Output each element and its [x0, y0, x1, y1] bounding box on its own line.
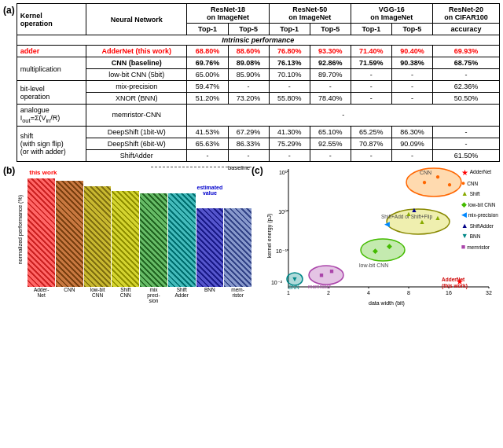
bar-shiftadder	[168, 193, 196, 287]
legend-addernet-label: AdderNet	[470, 168, 491, 176]
r18t1-mix: 59.47%	[187, 81, 228, 93]
scatter-svg: 10¹ 10⁰ 10⁻¹ 10⁻² kernel energy (pJ)	[265, 165, 493, 310]
r18t1-cnn: 69.76%	[187, 57, 228, 69]
v16t1-sa: -	[351, 149, 391, 161]
r50-top5: Top-5	[310, 24, 351, 35]
svg-text:10⁰: 10⁰	[278, 209, 287, 215]
svg-text:10¹: 10¹	[279, 170, 288, 175]
memristor-marker: ■	[461, 242, 465, 253]
r18t1-ds1: 41.53%	[187, 126, 228, 138]
bar-chart: normalized performance (%) baseline this…	[17, 165, 252, 310]
network-cnn: CNN (baseline)	[86, 57, 186, 69]
legend-mixprecision: ◀mix-precision	[461, 210, 498, 221]
svg-text:low-bit CNN: low-bit CNN	[359, 263, 388, 268]
legend-addernet: ★AdderNet	[461, 167, 498, 178]
r18t5-sa: -	[228, 149, 269, 161]
legend-c: ★AdderNet ●CNN ▲Shift ◆low-bit CNN ◀mix-…	[461, 167, 498, 253]
bnn-marker: ▼	[461, 231, 468, 242]
r50t1-lowbit: 70.10%	[269, 69, 310, 81]
kernel-bitlvl: bit-leveloperation	[17, 81, 86, 105]
r20-xnor: 50.50%	[432, 93, 499, 105]
memristor-dash: -	[187, 105, 500, 127]
resnet50-header: ResNet-50on ImageNet	[269, 4, 351, 24]
v16t5-ds1: 86.30%	[391, 126, 432, 138]
r18t1-xnor: 51.20%	[187, 93, 228, 105]
mixprecision-marker: ◀	[461, 210, 467, 221]
section-a: (a) Kerneloperation Neural Network ResNe…	[3, 3, 500, 162]
r50t5-sa: -	[310, 149, 351, 161]
v16t1-mix: -	[351, 81, 391, 93]
network-deepshift1: DeepShift (1bit-W)	[86, 126, 186, 138]
r50t1-adder: 76.80%	[269, 46, 310, 57]
svg-text:■: ■	[329, 267, 333, 275]
legend-shift: ▲Shift	[461, 189, 498, 200]
legend-shiftadder-label: ShiftAdder	[470, 222, 494, 230]
resnet18-header: ResNet-18on ImageNet	[187, 4, 269, 24]
scatter-wrapper: ★AdderNet ●CNN ▲Shift ◆low-bit CNN ◀mix-…	[265, 165, 500, 310]
bar-shift	[112, 191, 139, 287]
resnet20-header: ResNet-20on CIFAR100	[432, 4, 499, 24]
r18t1-lowbit: 65.00%	[187, 69, 228, 81]
r18t5-mix: -	[228, 81, 269, 93]
bar-wrapper-memristor	[224, 208, 252, 287]
svg-text:◆: ◆	[386, 242, 391, 250]
this-work-label: this work	[29, 169, 57, 176]
svg-text:8: 8	[407, 290, 410, 296]
network-xnor: XNOR (BNN)	[86, 93, 186, 105]
v16t1-xnor: -	[351, 93, 391, 105]
y-axis-wrapper: normalized performance (%)	[15, 165, 24, 295]
v16-top5: Top-5	[391, 24, 432, 35]
r18t5-xnor: 73.20%	[228, 93, 269, 105]
svg-text:▼: ▼	[291, 275, 298, 283]
svg-point-24	[406, 168, 461, 196]
xlabel-mix: mixpreci-sion	[140, 287, 167, 304]
network-mixprecision: mix-precision	[86, 81, 186, 93]
cnn-marker: ●	[461, 178, 465, 189]
network-memristor: memristor-CNN	[86, 105, 186, 127]
svg-text:◆: ◆	[372, 247, 377, 255]
r50t1-cnn: 76.13%	[269, 57, 310, 69]
svg-text:■: ■	[319, 271, 323, 279]
section-a-label: (a)	[3, 3, 15, 162]
v16t1-lowbit: -	[351, 69, 391, 81]
table-row: XNOR (BNN) 51.20% 73.20% 55.80% 78.40% -…	[17, 93, 499, 105]
bottom-section: (b) normalized performance (%) baseline …	[3, 165, 500, 310]
bar-wrapper-bnn: estimatedvalue	[196, 208, 224, 287]
xlabel-bnn: BNN	[196, 287, 224, 304]
svg-text:●: ●	[422, 178, 427, 186]
svg-point-32	[309, 266, 343, 285]
svg-point-26	[361, 239, 405, 261]
vgg16-header: VGG-16on ImageNet	[351, 4, 432, 24]
r20-mix: 62.36%	[432, 81, 499, 93]
main-table: Kerneloperation Neural Network ResNet-18…	[17, 3, 500, 162]
v16t5-sa: -	[391, 149, 432, 161]
r18-top1: Top-1	[187, 24, 228, 35]
r18t5-adder: 88.60%	[228, 46, 269, 57]
v16t1-ds1: 65.25%	[351, 126, 391, 138]
svg-text:16: 16	[446, 290, 452, 296]
v16t5-xnor: -	[391, 93, 432, 105]
network-addernet: AdderNet (this work)	[86, 46, 186, 57]
bar-wrapper-lowbit	[84, 186, 112, 287]
legend-lowbit: ◆low-bit CNN	[461, 200, 498, 211]
svg-text:▲: ▲	[410, 206, 417, 214]
bar-lowbit	[84, 186, 112, 287]
svg-text:2: 2	[327, 290, 330, 296]
svg-text:●: ●	[435, 172, 440, 181]
kernel-op-header: Kerneloperation	[17, 4, 86, 35]
svg-text:kernel energy (pJ): kernel energy (pJ)	[266, 214, 273, 258]
table-row: shift(with sign flip)(or with adder) Dee…	[17, 126, 499, 138]
r50t5-ds6: 92.55%	[310, 138, 351, 149]
legend-shiftadder: ▲ShiftAdder	[461, 221, 498, 232]
xlabel-shiftadder: ShiftAdder	[168, 287, 196, 304]
r18t1-ds6: 65.63%	[187, 138, 228, 149]
xlabel-shift: ShiftCNN	[112, 287, 139, 304]
bar-memristor	[224, 208, 252, 287]
bar-wrapper-cnn	[56, 181, 83, 287]
r50t5-lowbit: 89.70%	[310, 69, 351, 81]
r50t5-mix: -	[310, 81, 351, 93]
xlabel-lowbit: low-bitCNN	[84, 287, 112, 304]
svg-text:10⁻¹: 10⁻¹	[276, 248, 288, 254]
r20-ds6: -	[432, 138, 499, 149]
svg-text:1: 1	[287, 290, 290, 296]
